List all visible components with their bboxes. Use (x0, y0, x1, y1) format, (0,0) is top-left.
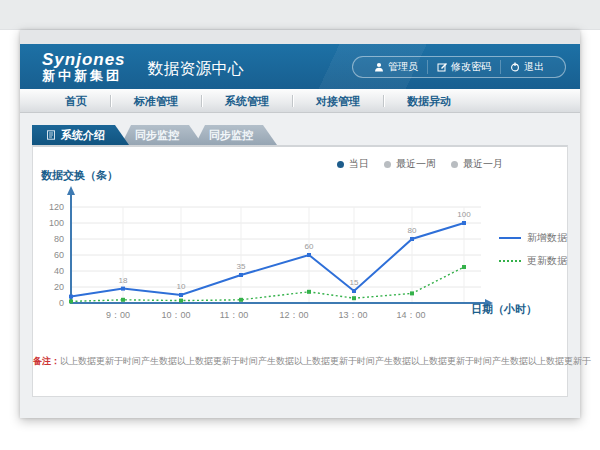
logout-label: 退出 (524, 60, 544, 74)
svg-text:13：00: 13：00 (338, 310, 367, 320)
window-top-margin (20, 30, 580, 44)
user-toolbar: 管理员 修改密码 退出 (352, 56, 566, 78)
tab-label: 系统介绍 (61, 125, 105, 145)
app-title: 数据资源中心 (148, 59, 244, 89)
nav-item-interface-mgmt[interactable]: 对接管理 (293, 89, 383, 113)
svg-text:15: 15 (350, 278, 359, 287)
brand-logo-en: Synjones (42, 51, 126, 69)
tab-bar: 系统介绍 同步监控 同步监控 (32, 125, 568, 145)
tab-label: 同步监控 (135, 125, 179, 145)
nav-item-data-change[interactable]: 数据异动 (384, 89, 474, 113)
logout-button[interactable]: 退出 (500, 60, 553, 74)
legend-label: 新增数据 (527, 231, 567, 245)
svg-text:60: 60 (305, 242, 314, 251)
top-strip (0, 0, 600, 30)
svg-text:11：00: 11：00 (220, 310, 248, 320)
svg-text:80: 80 (408, 226, 417, 235)
svg-text:100: 100 (49, 218, 64, 228)
power-icon (510, 62, 520, 72)
content-area: 系统介绍 同步监控 同步监控 当日 最近一周 (20, 113, 580, 418)
document-icon (46, 130, 56, 140)
legend-item-new-data[interactable]: 新增数据 (499, 231, 567, 245)
nav-item-home[interactable]: 首页 (42, 89, 110, 113)
svg-text:0: 0 (59, 298, 64, 308)
svg-text:12：00: 12：00 (279, 310, 308, 320)
footnote-text: 以上数据更新于时间产生数据以上数据更新于时间产生数据以上数据更新于时间产生数据以… (60, 356, 591, 366)
chart-panel: 当日 最近一周 最近一月 数据交换（条） 0204060801001209：00… (32, 145, 568, 397)
nav-item-system-mgmt[interactable]: 系统管理 (202, 89, 292, 113)
page-background: Synjones 新中新集团 数据资源中心 管理员 修改 (0, 0, 600, 450)
svg-text:20: 20 (54, 282, 64, 292)
footnote-prefix: 备注： (33, 356, 60, 366)
svg-text:100: 100 (457, 210, 471, 219)
svg-text:9：00: 9：00 (106, 310, 130, 320)
app-header: Synjones 新中新集团 数据资源中心 管理员 修改 (20, 44, 580, 89)
change-password-button[interactable]: 修改密码 (427, 60, 500, 74)
app-window: Synjones 新中新集团 数据资源中心 管理员 修改 (20, 30, 580, 418)
legend-label: 更新数据 (527, 254, 567, 268)
svg-text:60: 60 (54, 250, 64, 260)
brand-logo: Synjones 新中新集团 (34, 51, 126, 82)
tab-sync-monitor-1[interactable]: 同步监控 (121, 125, 203, 145)
current-user-button[interactable]: 管理员 (365, 60, 427, 74)
edit-icon (437, 62, 447, 72)
legend-line-dotted-icon (499, 260, 521, 262)
svg-text:18: 18 (119, 276, 128, 285)
tab-sync-monitor-2[interactable]: 同步监控 (195, 125, 277, 145)
person-icon (374, 62, 384, 72)
x-axis-title: 日期（小时） (471, 302, 537, 317)
change-password-label: 修改密码 (451, 60, 491, 74)
svg-text:40: 40 (54, 266, 64, 276)
tab-label: 同步监控 (209, 125, 253, 145)
svg-text:14：00: 14：00 (396, 310, 425, 320)
svg-text:80: 80 (54, 234, 64, 244)
svg-text:35: 35 (237, 262, 246, 271)
footnote: 备注：以上数据更新于时间产生数据以上数据更新于时间产生数据以上数据更新于时间产生… (33, 355, 567, 368)
svg-text:120: 120 (49, 202, 64, 212)
tab-system-intro[interactable]: 系统介绍 (32, 125, 129, 145)
brand-logo-cn: 新中新集团 (42, 69, 126, 83)
nav-item-standard-mgmt[interactable]: 标准管理 (111, 89, 201, 113)
svg-text:10: 10 (177, 282, 186, 291)
current-user-label: 管理员 (388, 60, 418, 74)
svg-text:10：00: 10：00 (161, 310, 190, 320)
legend-line-solid-icon (499, 237, 521, 239)
chart-legend: 新增数据 更新数据 (499, 231, 567, 268)
main-nav: 首页 标准管理 系统管理 对接管理 数据异动 (20, 89, 580, 113)
legend-item-updated-data[interactable]: 更新数据 (499, 254, 567, 268)
